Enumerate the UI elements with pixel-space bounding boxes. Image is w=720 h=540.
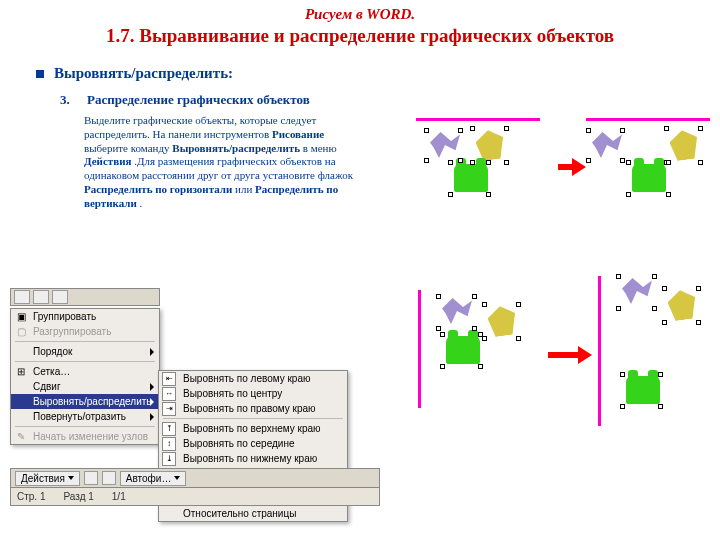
menu-item-group[interactable]: ▣ Группировать: [11, 309, 159, 324]
diagram-horiz-before: [418, 118, 538, 213]
submenu-align-center[interactable]: ↔ Выровнять по центру: [159, 386, 347, 401]
align-top-icon: ⤒: [162, 422, 176, 436]
bullet-text: Выровнять/распределить:: [54, 65, 233, 82]
submenu-arrow-icon: [150, 413, 154, 421]
select-tool-button[interactable]: [84, 471, 98, 485]
tool-button[interactable]: [33, 290, 49, 304]
submenu-align-right[interactable]: ⇥ Выровнять по правому краю: [159, 401, 347, 416]
submenu-align-top[interactable]: ⤒ Выровнять по верхнему краю: [159, 421, 347, 436]
diagram-vert-before: [418, 292, 538, 412]
menu-item-ungroup[interactable]: ▢ Разгруппировать: [11, 324, 159, 339]
status-section: Разд 1: [63, 491, 93, 502]
edit-points-icon: ✎: [14, 430, 28, 444]
step-heading: 3. Распределение графических объектов: [60, 92, 720, 108]
arrow-right-icon: [548, 346, 592, 364]
actions-menu: ▣ Группировать ▢ Разгруппировать Порядок…: [10, 308, 160, 445]
step-label: Распределение графических объектов: [87, 92, 310, 107]
align-middle-icon: ↕: [162, 437, 176, 451]
menu-item-order[interactable]: Порядок: [11, 344, 159, 359]
submenu-align-left[interactable]: ⇤ Выровнять по левому краю: [159, 371, 347, 386]
group-icon: ▣: [14, 310, 28, 324]
bullet-heading: Выровнять/распределить:: [36, 65, 720, 82]
rotate-tool-button[interactable]: [102, 471, 116, 485]
menu-item-rotate[interactable]: Повернуть/отразить: [11, 409, 159, 424]
menu-item-edit-points[interactable]: ✎ Начать изменение узлов: [11, 429, 159, 444]
submenu-relative-to-page[interactable]: Относительно страницы: [159, 506, 347, 521]
grid-icon: ⊞: [14, 365, 28, 379]
menu-item-grid[interactable]: ⊞ Сетка…: [11, 364, 159, 379]
dropdown-icon: [174, 476, 180, 480]
status-bar: Стр. 1 Разд 1 1/1: [10, 488, 380, 506]
menu-separator: [163, 418, 343, 419]
dropdown-icon: [68, 476, 74, 480]
align-right-icon: ⇥: [162, 402, 176, 416]
menu-separator: [15, 341, 155, 342]
status-pagecount: 1/1: [112, 491, 126, 502]
diagram-vert-after: [598, 278, 718, 428]
submenu-arrow-icon: [150, 348, 154, 356]
arrow-right-icon: [558, 158, 586, 176]
menu-separator: [15, 361, 155, 362]
actions-menu-button[interactable]: Действия: [15, 471, 80, 486]
tool-button[interactable]: [52, 290, 68, 304]
bullet-marker: [36, 70, 44, 78]
title-area: Рисуем в WORD. 1.7. Выравнивание и распр…: [0, 0, 720, 47]
submenu-arrow-icon: [150, 398, 154, 406]
bottom-strip: Действия Автофи… Стр. 1 Разд 1 1/1: [10, 468, 380, 506]
menu-item-align-distribute[interactable]: Выровнять/распределить: [11, 394, 159, 409]
submenu-arrow-icon: [150, 383, 154, 391]
submenu-align-bottom[interactable]: ⤓ Выровнять по нижнему краю: [159, 451, 347, 466]
step-number: 3.: [60, 92, 70, 107]
align-left-icon: ⇤: [162, 372, 176, 386]
status-page: Стр. 1: [17, 491, 45, 502]
tool-button[interactable]: [14, 290, 30, 304]
menu-separator: [15, 426, 155, 427]
mini-toolbar: [10, 288, 160, 306]
submenu-align-middle[interactable]: ↕ Выровнять по середине: [159, 436, 347, 451]
autoshapes-button[interactable]: Автофи…: [120, 471, 187, 486]
menu-item-nudge[interactable]: Сдвиг: [11, 379, 159, 394]
instruction-paragraph: Выделите графические объекты, которые сл…: [84, 114, 364, 210]
supertitle: Рисуем в WORD.: [0, 6, 720, 23]
ungroup-icon: ▢: [14, 325, 28, 339]
align-bottom-icon: ⤓: [162, 452, 176, 466]
section-title: 1.7. Выравнивание и распределение графич…: [0, 25, 720, 47]
align-center-icon: ↔: [162, 387, 176, 401]
diagram-horiz-after: [588, 118, 708, 213]
drawing-toolbar: Действия Автофи…: [10, 468, 380, 488]
